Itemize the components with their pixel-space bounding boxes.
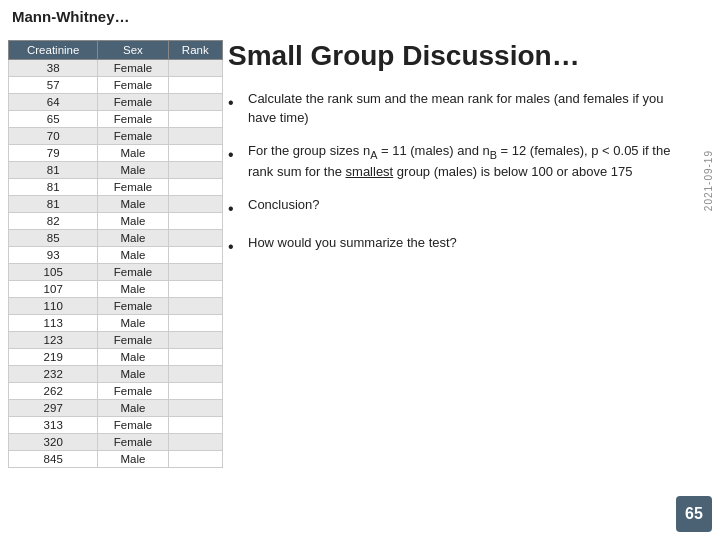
table-cell: 93 [9, 247, 98, 264]
table-cell: 81 [9, 196, 98, 213]
table-row: 297Male [9, 400, 223, 417]
table-cell [168, 434, 222, 451]
table-cell: Female [98, 60, 168, 77]
table-cell [168, 145, 222, 162]
table-row: 38Female [9, 60, 223, 77]
table-cell [168, 451, 222, 468]
table-cell: 232 [9, 366, 98, 383]
table-cell: Female [98, 434, 168, 451]
table-cell: 313 [9, 417, 98, 434]
table-cell [168, 247, 222, 264]
table-row: 107Male [9, 281, 223, 298]
table-cell: 262 [9, 383, 98, 400]
bullet-dot-4: • [228, 235, 242, 258]
table-cell: Female [98, 417, 168, 434]
table-cell [168, 366, 222, 383]
table-cell: Male [98, 366, 168, 383]
table-cell: Female [98, 179, 168, 196]
page-number-badge: 65 [676, 496, 712, 532]
bullet-1: • Calculate the rank sum and the mean ra… [228, 90, 692, 128]
page-title: Mann-Whitney… [12, 8, 130, 25]
table-cell: Female [98, 111, 168, 128]
table-cell [168, 281, 222, 298]
table-cell: Male [98, 247, 168, 264]
table-row: 70Female [9, 128, 223, 145]
table-cell: Male [98, 315, 168, 332]
table-cell: 123 [9, 332, 98, 349]
table-cell: 110 [9, 298, 98, 315]
table-cell [168, 383, 222, 400]
bullet-text-3: Conclusion? [248, 196, 320, 215]
col-header-sex: Sex [98, 41, 168, 60]
table-cell [168, 400, 222, 417]
table-row: 64Female [9, 94, 223, 111]
table-cell: 79 [9, 145, 98, 162]
table-cell [168, 332, 222, 349]
table-row: 113Male [9, 315, 223, 332]
table-cell [168, 77, 222, 94]
table-row: 81Female [9, 179, 223, 196]
right-content-panel: Small Group Discussion… • Calculate the … [228, 40, 692, 500]
table-cell: Male [98, 281, 168, 298]
table-cell: 85 [9, 230, 98, 247]
table-cell [168, 213, 222, 230]
table-cell: Female [98, 77, 168, 94]
table-cell [168, 298, 222, 315]
table-cell: 219 [9, 349, 98, 366]
table-cell: Male [98, 230, 168, 247]
table-cell: 81 [9, 179, 98, 196]
table-row: 85Male [9, 230, 223, 247]
bullet-dot-2: • [228, 143, 242, 166]
table-row: 123Female [9, 332, 223, 349]
table-row: 313Female [9, 417, 223, 434]
table-cell: 320 [9, 434, 98, 451]
date-label: 2021-09-19 [703, 150, 714, 211]
table-cell: 105 [9, 264, 98, 281]
table-cell: 845 [9, 451, 98, 468]
table-row: 93Male [9, 247, 223, 264]
table-cell: 113 [9, 315, 98, 332]
table-cell: Male [98, 145, 168, 162]
col-header-creatinine: Creatinine [9, 41, 98, 60]
table-cell: 81 [9, 162, 98, 179]
table-cell: 70 [9, 128, 98, 145]
table-cell: Female [98, 298, 168, 315]
table-row: 82Male [9, 213, 223, 230]
table-row: 219Male [9, 349, 223, 366]
table-cell [168, 128, 222, 145]
table-row: 110Female [9, 298, 223, 315]
creatinine-table: Creatinine Sex Rank 38Female57Female64Fe… [8, 40, 223, 468]
table-cell [168, 264, 222, 281]
table-cell: Female [98, 264, 168, 281]
table-cell [168, 230, 222, 247]
table-cell [168, 94, 222, 111]
table-row: 232Male [9, 366, 223, 383]
table-row: 65Female [9, 111, 223, 128]
table-row: 81Male [9, 162, 223, 179]
table-cell: 65 [9, 111, 98, 128]
table-cell: Female [98, 128, 168, 145]
bullet-text-2: For the group sizes nA = 11 (males) and … [248, 142, 692, 182]
table-cell: 107 [9, 281, 98, 298]
table-row: 105Female [9, 264, 223, 281]
table-cell: Male [98, 196, 168, 213]
table-cell [168, 111, 222, 128]
table-cell: Female [98, 94, 168, 111]
table-cell [168, 162, 222, 179]
table-row: 320Female [9, 434, 223, 451]
table-cell [168, 315, 222, 332]
bullet-dot-3: • [228, 197, 242, 220]
table-cell: Female [98, 383, 168, 400]
table-cell: Male [98, 451, 168, 468]
table-cell: 64 [9, 94, 98, 111]
bullet-text-1: Calculate the rank sum and the mean rank… [248, 90, 692, 128]
discussion-title: Small Group Discussion… [228, 40, 692, 72]
table-cell: Male [98, 400, 168, 417]
bullet-dot-1: • [228, 91, 242, 114]
table-row: 262Female [9, 383, 223, 400]
table-cell: 297 [9, 400, 98, 417]
table-cell: 38 [9, 60, 98, 77]
bullet-3: • Conclusion? [228, 196, 692, 220]
table-cell: Female [98, 332, 168, 349]
table-cell [168, 196, 222, 213]
